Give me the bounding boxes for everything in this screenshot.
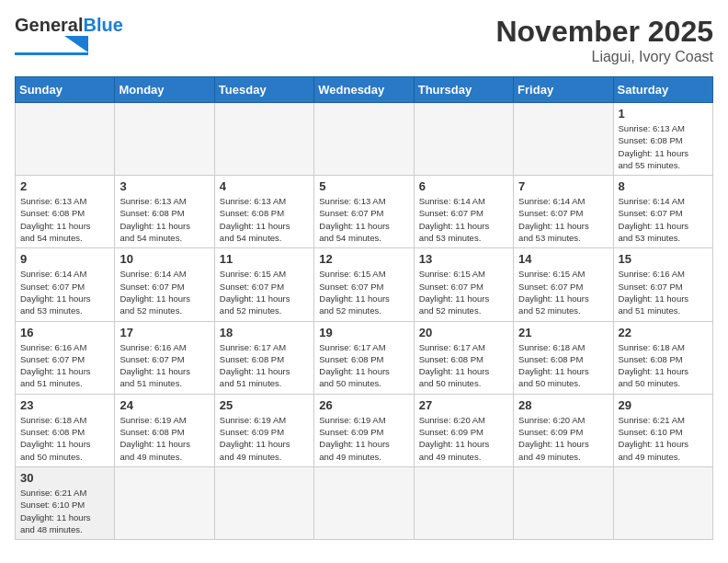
calendar-cell: 14Sunrise: 6:15 AM Sunset: 6:07 PM Dayli…: [514, 248, 613, 321]
calendar-cell: 27Sunrise: 6:20 AM Sunset: 6:09 PM Dayli…: [414, 394, 513, 466]
day-info: Sunrise: 6:14 AM Sunset: 6:07 PM Dayligh…: [419, 195, 508, 244]
day-header-saturday: Saturday: [613, 77, 712, 103]
day-number: 1: [619, 107, 708, 121]
calendar-cell: 4Sunrise: 6:13 AM Sunset: 6:08 PM Daylig…: [214, 176, 313, 248]
day-info: Sunrise: 6:15 AM Sunset: 6:07 PM Dayligh…: [419, 268, 508, 316]
day-info: Sunrise: 6:14 AM Sunset: 6:07 PM Dayligh…: [20, 268, 109, 316]
day-info: Sunrise: 6:17 AM Sunset: 6:08 PM Dayligh…: [319, 341, 408, 390]
calendar-cell: 7Sunrise: 6:14 AM Sunset: 6:07 PM Daylig…: [514, 176, 613, 248]
day-number: 2: [20, 179, 109, 193]
day-number: 16: [20, 326, 109, 339]
calendar-cell: 20Sunrise: 6:17 AM Sunset: 6:08 PM Dayli…: [414, 321, 513, 394]
calendar-cell: [16, 103, 115, 176]
calendar-cell: [613, 466, 712, 539]
day-info: Sunrise: 6:13 AM Sunset: 6:08 PM Dayligh…: [619, 122, 708, 171]
calendar-cell: 6Sunrise: 6:14 AM Sunset: 6:07 PM Daylig…: [414, 176, 513, 248]
day-info: Sunrise: 6:17 AM Sunset: 6:08 PM Dayligh…: [220, 341, 309, 390]
day-number: 13: [419, 252, 508, 266]
day-number: 8: [619, 179, 708, 193]
day-info: Sunrise: 6:14 AM Sunset: 6:07 PM Dayligh…: [119, 268, 209, 316]
day-info: Sunrise: 6:19 AM Sunset: 6:08 PM Dayligh…: [119, 414, 209, 463]
calendar-week-2: 2Sunrise: 6:13 AM Sunset: 6:08 PM Daylig…: [16, 176, 713, 248]
calendar-cell: 26Sunrise: 6:19 AM Sunset: 6:09 PM Dayli…: [314, 394, 414, 466]
calendar-cell: 22Sunrise: 6:18 AM Sunset: 6:08 PM Dayli…: [613, 321, 712, 394]
calendar-cell: 1Sunrise: 6:13 AM Sunset: 6:08 PM Daylig…: [613, 103, 712, 176]
day-info: Sunrise: 6:19 AM Sunset: 6:09 PM Dayligh…: [319, 414, 408, 463]
calendar-week-5: 23Sunrise: 6:18 AM Sunset: 6:08 PM Dayli…: [16, 394, 713, 466]
logo-blue: Blue: [83, 15, 122, 36]
calendar-cell: 23Sunrise: 6:18 AM Sunset: 6:08 PM Dayli…: [16, 394, 115, 466]
day-info: Sunrise: 6:18 AM Sunset: 6:08 PM Dayligh…: [20, 414, 109, 463]
day-info: Sunrise: 6:14 AM Sunset: 6:07 PM Dayligh…: [619, 195, 708, 244]
day-info: Sunrise: 6:13 AM Sunset: 6:08 PM Dayligh…: [20, 195, 109, 244]
day-number: 20: [419, 326, 508, 339]
day-number: 7: [518, 179, 608, 193]
day-header-friday: Friday: [514, 77, 613, 103]
calendar-cell: [314, 103, 414, 176]
day-header-wednesday: Wednesday: [314, 77, 414, 103]
title-block: November 2025 Liagui, Ivory Coast: [495, 15, 713, 65]
day-number: 30: [20, 471, 109, 485]
calendar-cell: [214, 103, 313, 176]
calendar-cell: 28Sunrise: 6:20 AM Sunset: 6:09 PM Dayli…: [514, 394, 613, 466]
day-number: 5: [319, 179, 408, 193]
calendar-title: November 2025: [495, 15, 713, 49]
calendar-cell: [214, 466, 313, 539]
calendar-cell: [115, 466, 214, 539]
day-number: 15: [619, 252, 708, 266]
calendar-cell: 24Sunrise: 6:19 AM Sunset: 6:08 PM Dayli…: [115, 394, 214, 466]
day-info: Sunrise: 6:18 AM Sunset: 6:08 PM Dayligh…: [619, 341, 708, 390]
day-number: 17: [119, 326, 209, 339]
calendar-cell: [314, 466, 414, 539]
day-header-thursday: Thursday: [414, 77, 513, 103]
day-number: 10: [119, 252, 209, 266]
calendar-table: SundayMondayTuesdayWednesdayThursdayFrid…: [15, 76, 713, 540]
calendar-cell: 30Sunrise: 6:21 AM Sunset: 6:10 PM Dayli…: [16, 466, 115, 539]
day-header-tuesday: Tuesday: [214, 77, 313, 103]
day-number: 9: [20, 252, 109, 266]
calendar-cell: 29Sunrise: 6:21 AM Sunset: 6:10 PM Dayli…: [613, 394, 712, 466]
calendar-cell: 5Sunrise: 6:13 AM Sunset: 6:07 PM Daylig…: [314, 176, 414, 248]
day-info: Sunrise: 6:16 AM Sunset: 6:07 PM Dayligh…: [619, 268, 708, 316]
calendar-cell: 15Sunrise: 6:16 AM Sunset: 6:07 PM Dayli…: [613, 248, 712, 321]
day-info: Sunrise: 6:20 AM Sunset: 6:09 PM Dayligh…: [518, 414, 608, 463]
day-header-sunday: Sunday: [16, 77, 115, 103]
calendar-week-6: 30Sunrise: 6:21 AM Sunset: 6:10 PM Dayli…: [16, 466, 713, 539]
calendar-cell: [414, 103, 513, 176]
day-number: 3: [119, 179, 209, 193]
day-number: 21: [518, 326, 608, 339]
day-number: 23: [20, 398, 109, 412]
day-info: Sunrise: 6:15 AM Sunset: 6:07 PM Dayligh…: [220, 268, 309, 316]
calendar-cell: 19Sunrise: 6:17 AM Sunset: 6:08 PM Dayli…: [314, 321, 414, 394]
calendar-cell: 12Sunrise: 6:15 AM Sunset: 6:07 PM Dayli…: [314, 248, 414, 321]
calendar-header-row: SundayMondayTuesdayWednesdayThursdayFrid…: [16, 77, 713, 103]
calendar-cell: 11Sunrise: 6:15 AM Sunset: 6:07 PM Dayli…: [214, 248, 313, 321]
calendar-cell: 10Sunrise: 6:14 AM Sunset: 6:07 PM Dayli…: [115, 248, 214, 321]
day-number: 6: [419, 179, 508, 193]
calendar-cell: [514, 103, 613, 176]
logo-general: General: [15, 15, 83, 36]
day-number: 11: [220, 252, 309, 266]
calendar-cell: 25Sunrise: 6:19 AM Sunset: 6:09 PM Dayli…: [214, 394, 313, 466]
day-info: Sunrise: 6:16 AM Sunset: 6:07 PM Dayligh…: [20, 341, 109, 390]
day-info: Sunrise: 6:17 AM Sunset: 6:08 PM Dayligh…: [419, 341, 508, 390]
calendar-cell: 17Sunrise: 6:16 AM Sunset: 6:07 PM Dayli…: [115, 321, 214, 394]
logo: General Blue: [15, 15, 123, 56]
calendar-cell: 2Sunrise: 6:13 AM Sunset: 6:08 PM Daylig…: [16, 176, 115, 248]
calendar-cell: 9Sunrise: 6:14 AM Sunset: 6:07 PM Daylig…: [16, 248, 115, 321]
day-info: Sunrise: 6:15 AM Sunset: 6:07 PM Dayligh…: [319, 268, 408, 316]
day-info: Sunrise: 6:13 AM Sunset: 6:07 PM Dayligh…: [319, 195, 408, 244]
day-info: Sunrise: 6:18 AM Sunset: 6:08 PM Dayligh…: [518, 341, 608, 390]
day-number: 25: [220, 398, 309, 412]
calendar-cell: [115, 103, 214, 176]
day-info: Sunrise: 6:21 AM Sunset: 6:10 PM Dayligh…: [20, 487, 109, 535]
day-number: 14: [518, 252, 608, 266]
calendar-cell: 21Sunrise: 6:18 AM Sunset: 6:08 PM Dayli…: [514, 321, 613, 394]
day-number: 4: [220, 179, 309, 193]
day-number: 12: [319, 252, 408, 266]
calendar-cell: 16Sunrise: 6:16 AM Sunset: 6:07 PM Dayli…: [16, 321, 115, 394]
day-info: Sunrise: 6:21 AM Sunset: 6:10 PM Dayligh…: [619, 414, 708, 463]
day-number: 28: [518, 398, 608, 412]
calendar-week-3: 9Sunrise: 6:14 AM Sunset: 6:07 PM Daylig…: [16, 248, 713, 321]
day-number: 19: [319, 326, 408, 339]
